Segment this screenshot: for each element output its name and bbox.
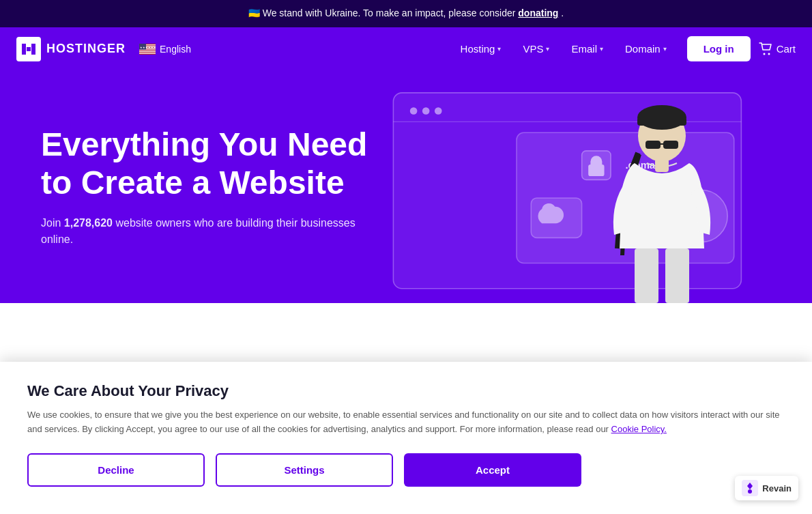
nav-domain[interactable]: Domain ▾	[615, 38, 676, 60]
main-navbar: HOSTINGER ★★★★★★ English Hosting ▾	[0, 27, 812, 71]
banner-text: We stand with Ukraine. To make an impact…	[263, 8, 519, 18]
svg-rect-5	[139, 49, 156, 50]
svg-point-10	[763, 53, 765, 55]
svg-rect-6	[139, 51, 156, 52]
hero-subtitle: Join 1,278,620 website owners who are bu…	[41, 215, 382, 248]
cart-button[interactable]: Cart	[759, 42, 796, 56]
banner-flag: 🇺🇦	[248, 8, 260, 18]
navbar-left: HOSTINGER ★★★★★★ English	[16, 37, 191, 61]
hero-content: Everything You Need to Create a Website …	[41, 126, 382, 247]
nav-email[interactable]: Email ▾	[562, 38, 613, 60]
svg-point-15	[434, 107, 441, 115]
logo-icon	[16, 37, 41, 61]
hero-section: Everything You Need to Create a Website …	[0, 71, 812, 303]
svg-point-11	[768, 53, 770, 55]
svg-rect-7	[139, 53, 156, 53]
cart-icon	[759, 42, 772, 56]
language-label: English	[160, 44, 191, 55]
logo-link[interactable]: HOSTINGER	[16, 37, 126, 61]
svg-rect-31	[635, 248, 658, 303]
cart-label: Cart	[777, 43, 796, 55]
hero-illustration: .domain LITE SPEED	[366, 71, 813, 303]
chevron-down-icon: ▾	[497, 45, 501, 53]
svg-rect-33	[655, 158, 669, 172]
svg-point-13	[409, 107, 417, 115]
svg-text:★★★★★★: ★★★★★★	[140, 46, 156, 49]
hero-illustration-svg: .domain LITE SPEED	[366, 71, 813, 303]
subscriber-count: 1,278,620	[64, 217, 113, 229]
svg-rect-27	[637, 117, 686, 126]
chevron-down-icon: ▾	[663, 45, 667, 53]
logo-text: HOSTINGER	[46, 42, 126, 56]
svg-rect-29	[663, 141, 678, 149]
donate-link[interactable]: donating	[518, 8, 558, 18]
language-selector[interactable]: ★★★★★★ English	[139, 44, 191, 55]
us-flag-icon: ★★★★★★	[139, 44, 156, 55]
navbar-actions: Log in Cart	[687, 36, 796, 61]
hero-person	[594, 85, 730, 303]
nav-hosting[interactable]: Hosting ▾	[451, 38, 511, 60]
hero-title: Everything You Need to Create a Website	[41, 126, 382, 201]
chevron-down-icon: ▾	[546, 45, 549, 53]
banner-text-end: .	[561, 8, 564, 18]
nav-vps[interactable]: VPS ▾	[513, 38, 559, 60]
svg-rect-32	[665, 248, 689, 303]
nav-menu: Hosting ▾ VPS ▾ Email ▾ Domain ▾	[451, 38, 676, 60]
svg-rect-28	[646, 141, 661, 149]
chevron-down-icon: ▾	[600, 45, 603, 53]
ukraine-banner: 🇺🇦 We stand with Ukraine. To make an imp…	[0, 0, 812, 27]
login-button[interactable]: Log in	[687, 36, 751, 61]
subtitle-prefix: Join	[41, 217, 64, 229]
svg-point-14	[422, 107, 429, 115]
